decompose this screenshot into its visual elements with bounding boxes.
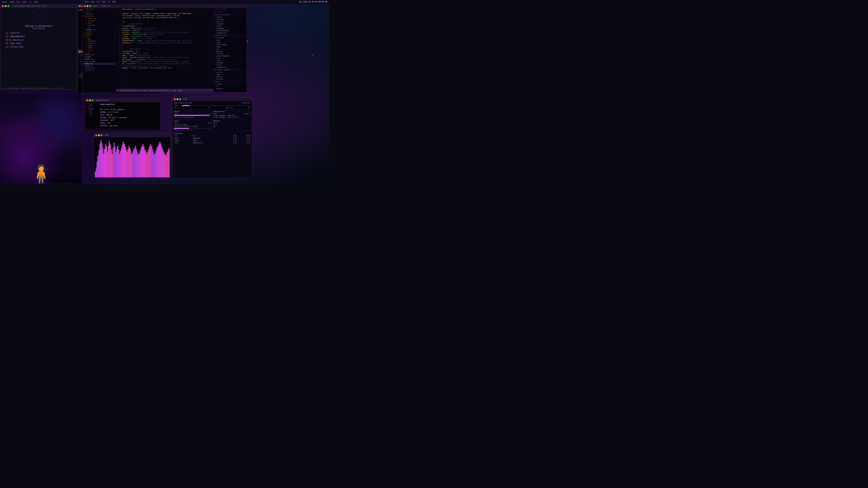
tree-readme-main[interactable]: README.org: [83, 54, 116, 56]
audio-bar-30: [123, 142, 124, 177]
tree-installorg[interactable]: install.org: [83, 67, 116, 69]
sysmon-cpu-row1: 100%: [174, 105, 250, 106]
tree-style[interactable]: ▸ style: [83, 49, 116, 51]
tree-desktop[interactable]: desktop.png: [83, 60, 116, 63]
minimize-button[interactable]: [98, 134, 100, 136]
audio-bar-45: [137, 152, 138, 177]
close-button[interactable]: [79, 51, 81, 53]
maximize-button[interactable]: [179, 98, 181, 100]
statusbar-lang: Nix: [173, 90, 176, 92]
audio-bar-64: [155, 153, 156, 177]
sysmon-cpu-stats: 0%s 0% AVG: 13 0%: [174, 107, 250, 109]
code-line-15: bootMode = "uefi"; # uefi or bios: [122, 38, 212, 40]
code-text[interactable]: description = "Flake of LibrePhoenix"; o…: [121, 8, 213, 89]
code-line-20: # ----- USER SETTINGS ---- #: [122, 48, 212, 50]
maximize-button[interactable]: [89, 5, 91, 7]
tree-homelab[interactable]: ▸ home.lab: [83, 18, 116, 20]
panel-browser: • browser: [213, 53, 247, 55]
qute-menu-history[interactable]: [S h] [History]: [5, 38, 72, 42]
sysmon-grid: Memory 100% 0% EAM: 95 5.7618/02.2018 Te…: [173, 110, 251, 131]
proc-row-pipewire: 1518 pipewire-pu 0.1% 0.1%: [174, 142, 250, 144]
tree-license[interactable]: LICENSE: [83, 56, 116, 58]
qute-menu-quickmarks[interactable]: [b] [Quickmarks]: [5, 35, 72, 38]
tree-readme-org[interactable]: README.org: [83, 29, 116, 31]
code-statusbar: ∥ .dotfiles/flake.nix 3:0 Top Producer:p…: [116, 89, 213, 92]
close-button[interactable]: [86, 99, 88, 101]
tree-shell[interactable]: ▸ shell: [83, 47, 116, 49]
topbar-r-time: Sat 2024-03-09 05:06:00 PM: [299, 1, 327, 3]
close-button[interactable]: [95, 134, 97, 136]
tree-system[interactable]: ▸ system: [83, 31, 116, 33]
code-editor-area[interactable]: 1234567891011121314151617181920212223242…: [116, 8, 213, 89]
qute-menu-newtab[interactable]: [t] [New tab]: [5, 42, 72, 45]
tree-patches[interactable]: ▸ patches: [83, 13, 116, 15]
tree-wm[interactable]: ▸ wm: [83, 51, 116, 54]
tree-wsl[interactable]: ▸ wsl: [83, 26, 116, 29]
tree-user[interactable]: ▼ user: [83, 35, 116, 38]
audio-visualizer-window: cava: [94, 133, 170, 178]
close-button[interactable]: [84, 5, 86, 7]
topbar-r-stat4: 25: [108, 1, 110, 3]
sysmon-cpu-section: CPU 1.53 1.14 0.78 CPU Line 100% 0%s 0% …: [173, 102, 251, 109]
tree-hardensh[interactable]: harden.sh: [83, 65, 116, 67]
tree-flakenix[interactable]: flake.nix: [83, 63, 116, 65]
code-line-13: timezone = "America/Chicago"; # select t…: [122, 33, 212, 35]
neofetch-uptime: UPTIME: 21 hours 7 minutes: [100, 116, 127, 119]
code-editor-title: emacs — flake.nix: [93, 5, 110, 7]
audio-bar-71: [161, 147, 162, 177]
audio-bar-67: [158, 146, 158, 177]
maximize-button[interactable]: [7, 5, 9, 7]
qute-welcome-text: Welcome to Qutebrowser: [1, 24, 77, 28]
code-line-4: nix-straight, stylix, blocklist-hosts, h…: [122, 15, 212, 17]
panel-term: • term: [213, 57, 247, 59]
panel-nixpkgs-patches: • patches: [213, 78, 247, 80]
audio-bar-27: [120, 151, 121, 177]
tree-readme2[interactable]: README.org: [83, 58, 116, 60]
tree-git[interactable]: ▸ .git: [83, 11, 116, 13]
audio-bar-14: [108, 146, 109, 177]
sysmon-titlebar: btop: [173, 97, 252, 101]
sysmon-cpu-header: CPU 1.53 1.14 0.78 CPU Line: [174, 102, 251, 104]
tree-worklab[interactable]: ▸ worklab: [83, 24, 116, 26]
audio-bar-60: [151, 146, 152, 177]
panel-locale: • locale: [213, 25, 247, 27]
audio-bar-78: [168, 150, 168, 177]
audio-bar-49: [141, 148, 142, 177]
panel-outputs-header: ▸ outputs: [213, 11, 247, 13]
neofetch-desktop: DESKTOP: hyprland: [100, 125, 127, 127]
audio-bar-33: [126, 150, 127, 177]
qute-menu-closetab[interactable]: [x] [Close tab]: [5, 45, 72, 48]
minimize-button[interactable]: [177, 98, 178, 100]
audio-bar-73: [163, 152, 164, 177]
minimize-button[interactable]: [5, 5, 6, 7]
qute-menu-search[interactable]: [o] [Search]: [5, 31, 72, 35]
temp-row-junction: card0 (amdgpu): junction 58°C: [213, 116, 250, 118]
minimize-button[interactable]: [87, 5, 88, 7]
maximize-button[interactable]: [92, 99, 94, 101]
net-title: Network: [213, 120, 250, 122]
tree-pkgs[interactable]: ▸ pkgs: [83, 44, 116, 47]
close-button[interactable]: [174, 98, 176, 100]
cpu-bar-fill: [182, 105, 189, 106]
code-line-29: wmType = if (wm == "hyprland") then "way…: [122, 67, 212, 69]
code-line-6: [122, 19, 212, 21]
neofetch-arch: ARCH: x86_64: [100, 113, 127, 116]
panel-bootmode: • bootMode: [213, 27, 247, 30]
close-button[interactable]: [79, 5, 81, 7]
tree-profiles[interactable]: ▼ profiles: [83, 15, 116, 18]
audio-bar-55: [147, 154, 147, 177]
proc-mem-3: 0.1%: [237, 142, 250, 144]
audio-bar-16: [110, 144, 111, 177]
maximize-button[interactable]: [101, 134, 103, 136]
close-button[interactable]: [2, 5, 4, 7]
minimize-button[interactable]: [89, 99, 91, 101]
tree-personal[interactable]: ▸ personal: [83, 20, 116, 22]
tree-installsh[interactable]: install.sh: [83, 69, 116, 72]
disk-pct: 0%s0%: [174, 129, 211, 131]
tree-themes[interactable]: ▸ themes: [83, 33, 116, 35]
tree-lang[interactable]: ▸ lang: [83, 42, 116, 44]
tree-app[interactable]: ▸ app: [83, 38, 116, 40]
panel-spawneditor: • spawnEditor: [213, 66, 247, 68]
tree-hardware[interactable]: ▸ hardware: [83, 40, 116, 42]
tree-work[interactable]: ▸ work: [83, 22, 116, 24]
